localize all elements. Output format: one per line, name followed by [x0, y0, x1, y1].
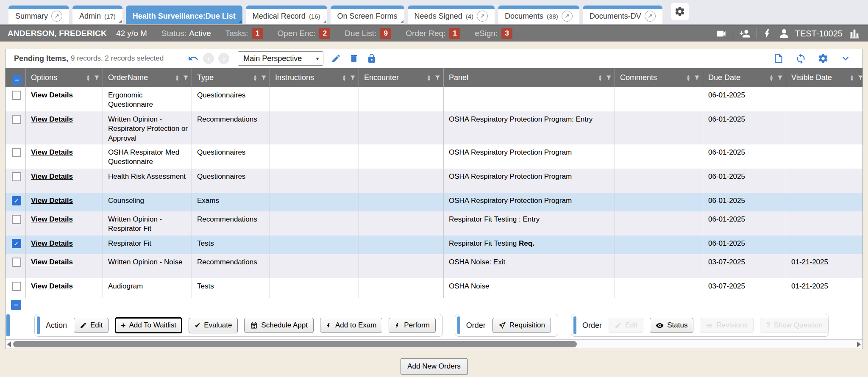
filter-icon[interactable] — [183, 74, 189, 81]
checkbox-cell: ✓ — [6, 193, 26, 211]
popout-icon[interactable]: ↗ — [645, 11, 656, 22]
row-checkbox[interactable] — [12, 172, 21, 181]
filter-icon[interactable] — [434, 74, 441, 81]
gears-icon — [674, 6, 685, 17]
row-checkbox[interactable] — [12, 258, 21, 267]
tab-documents[interactable]: Documents (38) ↗ — [498, 6, 579, 24]
row-checkbox[interactable] — [12, 91, 21, 100]
sort-icon[interactable]: ▲▼ — [342, 75, 346, 81]
add-to-waitlist-button[interactable]: + Add To Waitlist — [115, 317, 182, 333]
scroll-left-arrow[interactable] — [7, 341, 11, 347]
column-header-comments[interactable]: Comments ▲▼ — [615, 68, 703, 87]
row-checkbox[interactable] — [12, 115, 21, 124]
view-details-link[interactable]: View Details — [31, 172, 73, 180]
view-details-link[interactable]: View Details — [31, 148, 73, 156]
lock-perspective-icon[interactable] — [367, 53, 377, 64]
footer-select-all-checkbox[interactable]: − — [11, 300, 21, 310]
collapse-chevron-icon[interactable] — [840, 53, 851, 64]
edit-perspective-icon[interactable] — [331, 53, 341, 64]
sort-icon[interactable]: ▲▼ — [769, 75, 773, 81]
sort-icon[interactable]: ▲▼ — [253, 75, 257, 81]
new-document-icon[interactable] — [773, 53, 784, 64]
order-edit-button[interactable]: Edit — [609, 318, 643, 333]
tab-label: Summary — [15, 12, 48, 21]
view-details-link[interactable]: View Details — [31, 215, 73, 223]
scroll-right-arrow[interactable] — [857, 341, 861, 347]
tab-health-surveillance-due-list[interactable]: Health Surveillance:Due List — [126, 6, 242, 24]
filter-icon[interactable] — [350, 74, 356, 81]
video-call-icon[interactable] — [715, 28, 727, 39]
scrollbar-thumb[interactable] — [13, 341, 577, 347]
esign-badge[interactable]: 3 — [501, 28, 512, 39]
tab-settings-button[interactable] — [671, 3, 689, 20]
edit-button[interactable]: Edit — [74, 318, 108, 333]
row-checkbox[interactable] — [12, 282, 21, 291]
sort-icon[interactable]: ▲▼ — [86, 75, 90, 81]
add-new-orders-button[interactable]: Add New Orders — [401, 358, 467, 374]
view-details-link[interactable]: View Details — [31, 115, 73, 123]
filter-icon[interactable] — [777, 74, 783, 81]
filter-icon[interactable] — [94, 74, 100, 81]
filter-icon[interactable] — [261, 74, 267, 81]
tab-on-screen-forms[interactable]: On Screen Forms — [331, 6, 404, 24]
column-header-panel[interactable]: Panel ▲▼ — [444, 68, 615, 87]
add-to-exam-button[interactable]: Add to Exam — [320, 318, 382, 333]
show-question-button[interactable]: ? Show Question — [760, 318, 829, 333]
tab-documents-dv[interactable]: Documents-DV ↗ — [583, 6, 662, 24]
sort-icon[interactable]: ▲▼ — [427, 75, 431, 81]
due-list-badge[interactable]: 9 — [380, 28, 391, 39]
sort-icon[interactable]: ▲▼ — [686, 75, 690, 81]
view-details-link[interactable]: View Details — [31, 258, 73, 266]
view-details-link[interactable]: View Details — [31, 91, 73, 99]
sort-icon[interactable]: ▲▼ — [850, 75, 854, 81]
sort-icon[interactable]: ▲▼ — [175, 75, 179, 81]
requisition-button[interactable]: Requisition — [492, 318, 551, 333]
tab-admin[interactable]: Admin (17) — [72, 6, 122, 24]
prev-perspective-icon[interactable]: ‹ — [203, 53, 214, 64]
column-header-type[interactable]: Type ▲▼ — [192, 68, 270, 87]
row-checkbox[interactable] — [12, 148, 21, 157]
evaluate-button[interactable]: ✔ Evaluate — [189, 318, 238, 333]
chart-icon[interactable] — [849, 28, 860, 39]
bolt-icon[interactable] — [763, 28, 773, 39]
perform-button[interactable]: Perform — [389, 318, 435, 333]
popout-icon[interactable]: ↗ — [477, 11, 488, 22]
tab-summary[interactable]: Summary ↗ — [8, 6, 69, 24]
filter-icon[interactable] — [694, 74, 700, 81]
action-bar: Action Edit + Add To Waitlist ✔ Evaluate… — [6, 311, 862, 339]
view-details-link[interactable]: View Details — [31, 197, 73, 205]
select-all-checkbox[interactable]: − — [12, 75, 22, 85]
horizontal-scrollbar[interactable] — [6, 339, 862, 349]
order-req-badge[interactable]: 1 — [449, 28, 460, 39]
popout-icon[interactable]: ↗ — [562, 11, 573, 22]
view-details-link[interactable]: View Details — [31, 282, 73, 290]
open-enc-badge[interactable]: 2 — [319, 28, 330, 39]
undo-icon[interactable] — [188, 53, 199, 64]
column-header-options[interactable]: Options ▲▼ — [26, 68, 103, 87]
status-button[interactable]: Status — [650, 318, 693, 333]
row-checkbox-checked[interactable]: ✓ — [12, 239, 21, 248]
column-header-encounter[interactable]: Encounter ▲▼ — [359, 68, 444, 87]
revisions-button[interactable]: Revisions — [700, 318, 754, 333]
row-checkbox[interactable] — [12, 215, 21, 224]
popout-icon[interactable]: ↗ — [51, 11, 62, 22]
tasks-badge[interactable]: 1 — [252, 28, 263, 39]
filter-icon[interactable] — [857, 74, 863, 81]
refresh-icon[interactable] — [795, 53, 807, 64]
delete-perspective-icon[interactable] — [349, 53, 359, 64]
next-perspective-icon[interactable]: › — [218, 53, 229, 64]
row-checkbox-checked[interactable]: ✓ — [12, 196, 21, 205]
column-header-due-date[interactable]: Due Date ▲▼ — [703, 68, 786, 87]
tab-needs-signed[interactable]: Needs Signed (4) ↗ — [408, 6, 495, 24]
perspective-select[interactable]: Main Perspective ▾ — [238, 51, 323, 66]
column-header-ordername[interactable]: OrderName ▲▼ — [103, 68, 192, 87]
grid-settings-icon[interactable] — [818, 53, 829, 64]
view-details-link[interactable]: View Details — [31, 239, 73, 247]
column-header-visible-date[interactable]: Visible Date ▲▼ — [786, 68, 863, 87]
tab-medical-record[interactable]: Medical Record (16) — [246, 6, 327, 24]
column-header-instructions[interactable]: Instructions ▲▼ — [270, 68, 359, 87]
sort-icon[interactable]: ▲▼ — [598, 75, 602, 81]
add-person-icon[interactable] — [739, 28, 751, 39]
schedule-appt-button[interactable]: Schedule Appt — [244, 318, 314, 333]
filter-icon[interactable] — [606, 74, 612, 81]
